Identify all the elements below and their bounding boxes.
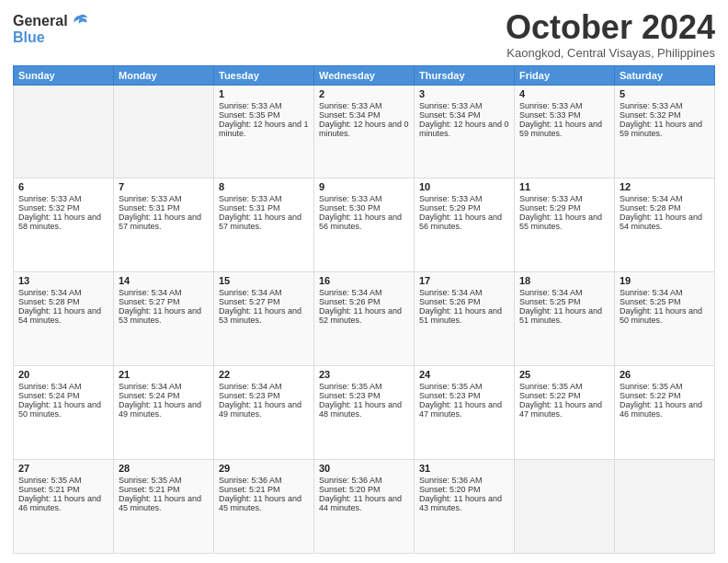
daylight-text: Daylight: 11 hours and 44 minutes. (319, 494, 409, 512)
day-number: 8 (219, 181, 309, 192)
day-number: 16 (319, 275, 409, 286)
daylight-text: Daylight: 11 hours and 53 minutes. (119, 306, 209, 325)
calendar-cell: 1Sunrise: 5:33 AMSunset: 5:35 PMDaylight… (214, 85, 314, 178)
calendar-cell (14, 85, 114, 178)
sunrise-text: Sunrise: 5:33 AM (219, 101, 309, 110)
header: General Blue October 2024 Kaongkod, Cent… (13, 9, 715, 60)
sunrise-text: Sunrise: 5:34 AM (620, 288, 710, 297)
sunset-text: Sunset: 5:29 PM (419, 203, 509, 213)
calendar-cell: 27Sunrise: 5:35 AMSunset: 5:21 PMDayligh… (14, 460, 114, 554)
sunrise-text: Sunrise: 5:33 AM (519, 101, 609, 110)
weekday-header-tuesday: Tuesday (214, 65, 314, 85)
calendar-cell: 9Sunrise: 5:33 AMSunset: 5:30 PMDaylight… (314, 178, 415, 272)
daylight-text: Daylight: 11 hours and 54 minutes. (18, 306, 108, 325)
sunrise-text: Sunrise: 5:35 AM (620, 382, 710, 391)
daylight-text: Daylight: 12 hours and 0 minutes. (419, 120, 509, 138)
sunset-text: Sunset: 5:34 PM (419, 110, 509, 120)
day-number: 9 (319, 181, 409, 192)
daylight-text: Daylight: 11 hours and 51 minutes. (519, 306, 609, 325)
week-row-3: 13Sunrise: 5:34 AMSunset: 5:28 PMDayligh… (14, 272, 715, 366)
daylight-text: Daylight: 11 hours and 54 minutes. (620, 213, 710, 231)
sunset-text: Sunset: 5:27 PM (219, 297, 309, 306)
day-number: 19 (620, 275, 710, 286)
sunset-text: Sunset: 5:29 PM (519, 203, 609, 213)
weekday-header-thursday: Thursday (415, 65, 515, 85)
daylight-text: Daylight: 11 hours and 52 minutes. (319, 306, 409, 325)
sunrise-text: Sunrise: 5:34 AM (219, 288, 309, 297)
calendar-cell: 30Sunrise: 5:36 AMSunset: 5:20 PMDayligh… (314, 460, 415, 554)
calendar-cell: 3Sunrise: 5:33 AMSunset: 5:34 PMDaylight… (415, 85, 515, 178)
calendar-cell: 7Sunrise: 5:33 AMSunset: 5:31 PMDaylight… (114, 178, 214, 272)
calendar-cell: 2Sunrise: 5:33 AMSunset: 5:34 PMDaylight… (314, 85, 415, 178)
calendar-cell: 11Sunrise: 5:33 AMSunset: 5:29 PMDayligh… (515, 178, 615, 272)
calendar-cell: 25Sunrise: 5:35 AMSunset: 5:22 PMDayligh… (515, 366, 615, 460)
weekday-header-friday: Friday (515, 65, 615, 85)
sunset-text: Sunset: 5:26 PM (319, 297, 409, 306)
day-number: 7 (119, 181, 209, 192)
day-number: 27 (18, 463, 108, 474)
sunset-text: Sunset: 5:35 PM (219, 110, 309, 120)
calendar-cell: 5Sunrise: 5:33 AMSunset: 5:32 PMDaylight… (615, 85, 715, 178)
sunrise-text: Sunrise: 5:35 AM (519, 382, 609, 391)
day-number: 24 (419, 369, 509, 380)
day-number: 25 (519, 369, 609, 380)
day-number: 13 (18, 275, 108, 286)
sunrise-text: Sunrise: 5:35 AM (419, 382, 509, 391)
sunset-text: Sunset: 5:23 PM (419, 391, 509, 400)
calendar-cell: 10Sunrise: 5:33 AMSunset: 5:29 PMDayligh… (415, 178, 515, 272)
day-number: 22 (219, 369, 309, 380)
day-number: 6 (18, 181, 108, 192)
day-number: 30 (319, 463, 409, 474)
sunset-text: Sunset: 5:21 PM (18, 485, 108, 494)
sunset-text: Sunset: 5:30 PM (319, 203, 409, 213)
sunrise-text: Sunrise: 5:34 AM (519, 288, 609, 297)
sunrise-text: Sunrise: 5:34 AM (219, 382, 309, 391)
sunrise-text: Sunrise: 5:34 AM (18, 382, 108, 391)
sunset-text: Sunset: 5:25 PM (519, 297, 609, 306)
sunrise-text: Sunrise: 5:35 AM (119, 476, 209, 485)
calendar-cell: 29Sunrise: 5:36 AMSunset: 5:21 PMDayligh… (214, 460, 314, 554)
sunset-text: Sunset: 5:32 PM (18, 203, 108, 213)
day-number: 10 (419, 181, 509, 192)
logo: General Blue (13, 13, 88, 46)
daylight-text: Daylight: 12 hours and 1 minute. (219, 120, 309, 138)
day-number: 11 (519, 181, 609, 192)
calendar: SundayMondayTuesdayWednesdayThursdayFrid… (13, 65, 715, 554)
logo-text-blue: Blue (13, 29, 45, 45)
calendar-cell: 17Sunrise: 5:34 AMSunset: 5:26 PMDayligh… (415, 272, 515, 366)
daylight-text: Daylight: 11 hours and 47 minutes. (419, 400, 509, 419)
day-number: 31 (419, 463, 509, 474)
day-number: 23 (319, 369, 409, 380)
sunset-text: Sunset: 5:28 PM (620, 203, 710, 213)
sunrise-text: Sunrise: 5:34 AM (119, 288, 209, 297)
daylight-text: Daylight: 11 hours and 53 minutes. (219, 306, 309, 325)
calendar-cell: 23Sunrise: 5:35 AMSunset: 5:23 PMDayligh… (314, 366, 415, 460)
sunset-text: Sunset: 5:24 PM (18, 391, 108, 400)
day-number: 21 (119, 369, 209, 380)
sunset-text: Sunset: 5:20 PM (319, 485, 409, 494)
daylight-text: Daylight: 11 hours and 47 minutes. (519, 400, 609, 419)
daylight-text: Daylight: 11 hours and 46 minutes. (18, 494, 108, 512)
calendar-cell (114, 85, 214, 178)
sunrise-text: Sunrise: 5:34 AM (620, 194, 710, 203)
calendar-cell: 26Sunrise: 5:35 AMSunset: 5:22 PMDayligh… (615, 366, 715, 460)
sunset-text: Sunset: 5:32 PM (620, 110, 710, 120)
sunrise-text: Sunrise: 5:33 AM (18, 194, 108, 203)
sunset-text: Sunset: 5:22 PM (620, 391, 710, 400)
sunrise-text: Sunrise: 5:34 AM (18, 288, 108, 297)
sunrise-text: Sunrise: 5:35 AM (18, 476, 108, 485)
daylight-text: Daylight: 11 hours and 58 minutes. (18, 213, 108, 231)
day-number: 14 (119, 275, 209, 286)
calendar-cell: 6Sunrise: 5:33 AMSunset: 5:32 PMDaylight… (14, 178, 114, 272)
calendar-cell: 20Sunrise: 5:34 AMSunset: 5:24 PMDayligh… (14, 366, 114, 460)
calendar-cell (515, 460, 615, 554)
daylight-text: Daylight: 11 hours and 56 minutes. (419, 213, 509, 231)
day-number: 15 (219, 275, 309, 286)
location-subtitle: Kaongkod, Central Visayas, Philippines (506, 46, 715, 60)
calendar-cell: 18Sunrise: 5:34 AMSunset: 5:25 PMDayligh… (515, 272, 615, 366)
logo-bird-icon (72, 13, 88, 29)
sunset-text: Sunset: 5:21 PM (219, 485, 309, 494)
sunset-text: Sunset: 5:23 PM (319, 391, 409, 400)
sunrise-text: Sunrise: 5:36 AM (419, 476, 509, 485)
calendar-cell: 16Sunrise: 5:34 AMSunset: 5:26 PMDayligh… (314, 272, 415, 366)
